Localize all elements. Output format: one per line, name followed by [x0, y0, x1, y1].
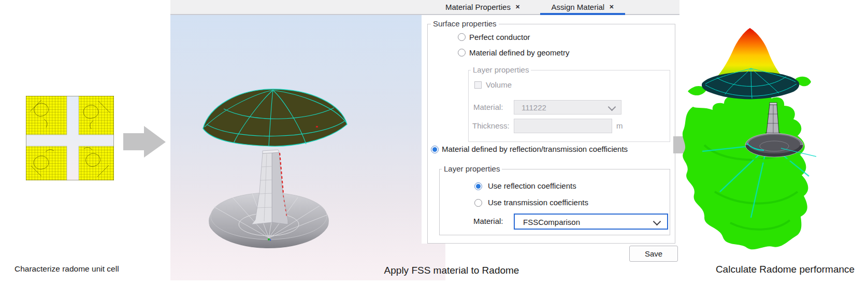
- unit-cell-image: [26, 96, 114, 180]
- defined-by-coefficients-radio[interactable]: [431, 146, 439, 153]
- tab-material-properties[interactable]: Material Properties ✕: [445, 0, 520, 14]
- tab-material-properties-label: Material Properties: [445, 3, 511, 11]
- arrow-right-icon: [123, 126, 166, 158]
- use-transmission-radio[interactable]: [474, 199, 482, 207]
- defined-by-geometry-label[interactable]: Material defined by geometry: [469, 49, 569, 57]
- step1-caption: Characterize radome unit cell: [15, 264, 119, 274]
- feed-horn: [252, 150, 288, 224]
- close-icon[interactable]: ✕: [609, 4, 614, 10]
- radiation-pattern-image: [668, 21, 818, 254]
- material-label-active: Material:: [473, 217, 503, 225]
- material-dropdown-disabled: 111222: [514, 100, 621, 115]
- layer-properties-title: Layer properties: [471, 66, 531, 74]
- radome-scene-image: [170, 15, 445, 280]
- main-beam-lobe: [716, 28, 783, 78]
- 3d-viewport: [170, 15, 445, 280]
- dish-in-pattern: [745, 133, 803, 157]
- material-value-disabled: 111222: [522, 103, 546, 112]
- radome-in-pattern: [702, 68, 799, 99]
- tab-assign-material-label: Assign Material: [552, 3, 605, 11]
- material-label-disabled: Material:: [473, 103, 503, 111]
- material-value-active: FSSComparison: [523, 217, 580, 226]
- active-tab-indicator: [540, 13, 625, 15]
- chevron-down-icon[interactable]: [653, 218, 661, 226]
- volume-checkbox: [474, 81, 482, 89]
- tab-assign-material[interactable]: Assign Material ✕: [540, 0, 625, 14]
- perfect-conductor-radio[interactable]: [458, 33, 466, 41]
- perfect-conductor-label[interactable]: Perfect conductor: [469, 33, 530, 41]
- step2-caption: Apply FSS material to Radome: [374, 265, 529, 276]
- material-dropdown-active[interactable]: FSSComparison: [514, 214, 668, 230]
- step3-caption: Calculate Radome performance: [707, 264, 863, 275]
- close-icon[interactable]: ✕: [515, 4, 520, 10]
- use-reflection-radio[interactable]: [474, 182, 482, 190]
- radome-dome: [203, 89, 347, 146]
- use-transmission-label[interactable]: Use transmission coefficients: [488, 198, 588, 207]
- layer-properties-title: Layer properties: [442, 165, 502, 173]
- save-button-label: Save: [645, 249, 662, 258]
- thickness-field: [514, 119, 612, 133]
- side-lobes-blob: [683, 92, 808, 250]
- thickness-label: Thickness:: [472, 122, 510, 130]
- volume-label: Volume: [486, 81, 512, 89]
- chevron-down-icon: [608, 103, 616, 111]
- defined-by-coefficients-label[interactable]: Material defined by reflection/transmiss…: [442, 145, 628, 153]
- defined-by-geometry-radio[interactable]: [458, 49, 466, 56]
- use-reflection-label[interactable]: Use reflection coefficients: [488, 182, 576, 190]
- workflow-figure: Material Properties ✕ Assign Material ✕ …: [0, 0, 868, 284]
- surface-properties-title: Surface properties: [431, 20, 499, 28]
- thickness-unit: m: [616, 122, 623, 130]
